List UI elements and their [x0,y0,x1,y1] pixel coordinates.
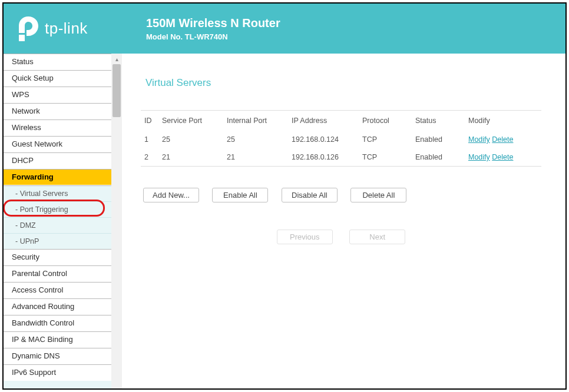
disable-all-button[interactable]: Disable All [282,188,338,202]
next-button[interactable]: Next [349,230,405,244]
sidebar-item[interactable]: Guest Network [4,136,111,152]
table-cell: Enabled [412,131,465,148]
table-cell: 192.168.0.124 [288,131,359,148]
pager-row: Previous Next [141,230,541,244]
sidebar-item[interactable]: Status [4,54,111,70]
sidebar-subitem[interactable]: - UPnP [4,233,111,249]
tp-link-logo-icon [16,15,40,42]
model-number: Model No. TL-WR740N [146,32,280,41]
product-title: 150M Wireless N Router [146,16,280,30]
table-cell: 25 [223,131,288,148]
modify-link[interactable]: Modify [468,135,490,144]
sidebar-item[interactable]: Bandwidth Control [4,315,111,331]
delete-all-button[interactable]: Delete All [350,188,406,202]
header-title-block: 150M Wireless N Router Model No. TL-WR74… [146,16,280,41]
col-ip: IP Address [288,111,359,131]
sidebar-scrollbar[interactable]: ▴ [111,54,122,388]
sidebar-subitem[interactable]: - Port Triggering [4,201,111,217]
table-cell: 21 [223,148,288,167]
col-status: Status [412,111,465,131]
delete-link[interactable]: Delete [492,135,513,144]
page-title: Virtual Servers [145,77,554,89]
modify-cell: Modify Delete [465,148,541,167]
svg-rect-0 [19,35,25,41]
modify-cell: Modify Delete [465,131,541,148]
col-internal-port: Internal Port [223,111,288,131]
col-modify: Modify [465,111,541,131]
main-content: Virtual Servers ID Service Port Internal… [122,54,565,388]
sidebar-item[interactable]: Quick Setup [4,70,111,87]
brand-text: tp-link [45,19,88,38]
virtual-servers-table: ID Service Port Internal Port IP Address… [141,110,541,167]
col-id: ID [141,111,158,131]
delete-link[interactable]: Delete [492,153,513,161]
modify-link[interactable]: Modify [468,153,490,161]
sidebar-item[interactable]: Advanced Routing [4,298,111,315]
table-cell: Enabled [412,148,465,167]
sidebar: StatusQuick SetupWPSNetworkWirelessGuest… [4,54,111,388]
enable-all-button[interactable]: Enable All [212,188,268,202]
sidebar-item[interactable]: IP & MAC Binding [4,331,111,348]
col-service-port: Service Port [158,111,223,131]
col-protocol: Protocol [359,111,412,131]
sidebar-item[interactable]: WPS [4,87,111,103]
sidebar-item[interactable]: Forwarding [4,169,111,185]
action-button-row: Add New... Enable All Disable All Delete… [143,188,554,202]
table-cell: TCP [359,148,412,167]
brand-logo: tp-link [16,15,123,42]
sidebar-item[interactable]: Dynamic DNS [4,348,111,364]
table-cell: 192.168.0.126 [288,148,359,167]
table-row: 12525192.168.0.124TCPEnabledModify Delet… [141,131,541,148]
table-row: 22121192.168.0.126TCPEnabledModify Delet… [141,148,541,167]
sidebar-item[interactable]: Parental Control [4,265,111,282]
sidebar-item[interactable]: DHCP [4,152,111,169]
table-cell: 25 [158,131,223,148]
sidebar-subitem[interactable]: - DMZ [4,217,111,233]
table-cell: 21 [158,148,223,167]
table-cell: 1 [141,131,158,148]
sidebar-item[interactable]: Wireless [4,119,111,136]
sidebar-item[interactable]: Security [4,249,111,265]
sidebar-item[interactable]: IPv6 Support [4,364,111,381]
table-cell: 2 [141,148,158,167]
sidebar-item[interactable]: Network [4,103,111,119]
table-cell: TCP [359,131,412,148]
scroll-up-icon[interactable]: ▴ [111,54,122,64]
sidebar-subitem[interactable]: - Virtual Servers [4,185,111,201]
sidebar-item[interactable]: Access Control [4,282,111,298]
add-new-button[interactable]: Add New... [143,188,199,202]
scroll-thumb[interactable] [113,64,121,117]
header: tp-link 150M Wireless N Router Model No.… [4,4,565,54]
previous-button[interactable]: Previous [277,230,333,244]
